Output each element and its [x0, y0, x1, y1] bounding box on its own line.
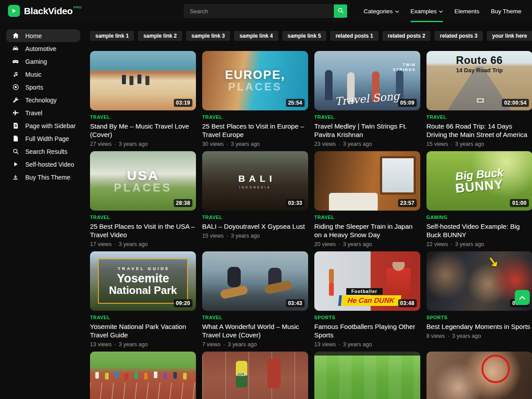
nav-elements[interactable]: Elements	[454, 0, 479, 22]
video-thumbnail[interactable]	[314, 352, 420, 399]
video-category[interactable]: TRAVEL	[202, 114, 308, 120]
video-card[interactable]: 03:43 TRAVEL What A Wonderful World – Mu…	[202, 251, 308, 348]
video-card[interactable]: BALI INDONESIA 03:33 TRAVEL BALI – Doyou…	[202, 151, 308, 247]
search-input[interactable]	[184, 4, 334, 18]
duration-badge: 23:57	[398, 199, 417, 207]
sidebar-item-page-with-sidebar[interactable]: Page with Sidebar	[6, 119, 80, 132]
tag-link[interactable]: sample link 5	[282, 31, 326, 41]
video-category[interactable]: TRAVEL	[90, 315, 196, 320]
video-category[interactable]: TRAVEL	[314, 114, 420, 120]
video-card[interactable]: Footballer He Can DUNK 03:48 SPORTS Famo…	[314, 251, 420, 348]
video-thumbnail[interactable]: Big Buck BUNNY 01:00	[426, 151, 532, 211]
video-thumbnail[interactable]	[90, 352, 196, 399]
tag-link[interactable]: related posts 3	[434, 31, 483, 41]
tag-link[interactable]: sample link 4	[234, 31, 278, 41]
video-title[interactable]: What A Wonderful World – Music Travel Lo…	[202, 322, 308, 339]
video-card[interactable]: USA PLACES 28:38 TRAVEL 25 Best Places t…	[90, 151, 196, 247]
video-card[interactable]	[90, 352, 196, 399]
tag-link[interactable]: sample link 1	[90, 31, 134, 41]
duration-badge: 03:33	[286, 199, 305, 207]
video-thumbnail[interactable]: Route 66 14 Day Road Trip 66 02:00:54	[426, 51, 532, 110]
duration-badge: 05:09	[398, 99, 417, 107]
gamepad-icon	[12, 58, 19, 65]
video-thumbnail[interactable]: EUROPE, PLACES 25:54	[202, 51, 308, 110]
site-title: BlackVideo	[24, 5, 73, 17]
sidebar-item-gaming[interactable]: Gaming	[6, 55, 80, 68]
video-card[interactable]: TRAVEL GUIDE Yosemite National Park 09:2…	[90, 251, 196, 348]
music-note-icon	[12, 71, 19, 78]
video-title[interactable]: Stand By Me – Music Travel Love (Cover)	[90, 122, 196, 139]
video-card[interactable]: EUROPE, PLACES 25:54 TRAVEL 25 Best Plac…	[202, 51, 308, 147]
video-title[interactable]: 25 Best Places to Visit in Europe – Trav…	[202, 122, 308, 139]
nav-buy-theme[interactable]: Buy Theme	[491, 0, 521, 22]
header-nav: Categories Examples Elements Buy Theme	[364, 0, 521, 22]
thumbnail-overlay-text: Footballer	[346, 288, 383, 295]
video-card[interactable]: 2170	[202, 352, 308, 399]
video-title[interactable]: 25 Best Places to Visit in the USA – Tra…	[90, 222, 196, 239]
sidebar-item-full-width-page[interactable]: Full Width Page	[6, 132, 80, 145]
scroll-to-top-button[interactable]	[515, 290, 530, 305]
tag-link[interactable]: your link here	[487, 31, 532, 41]
video-title[interactable]: Yosemite National Park Vacation Travel G…	[90, 322, 196, 339]
video-thumbnail[interactable]: Footballer He Can DUNK 03:48	[314, 251, 420, 311]
search-button[interactable]	[334, 4, 347, 18]
video-card[interactable]: TWINSTRINGS Travel Song 05:09 TRAVEL Tra…	[314, 51, 420, 147]
video-title[interactable]: Self-hosted Video Example: Big Buck BUNN…	[426, 222, 532, 239]
video-card[interactable]: Big Buck BUNNY 01:00 GAMING Self-hosted …	[426, 151, 532, 247]
video-category[interactable]: SPORTS	[426, 315, 532, 320]
video-thumbnail[interactable]: USA PLACES 28:38	[90, 151, 196, 211]
sidebar-item-self-hosted-video[interactable]: Self-hosted Video	[6, 158, 80, 171]
site-logo[interactable]: BlackVideo PRO	[8, 5, 82, 17]
video-card[interactable]	[426, 352, 532, 399]
video-card[interactable]: Route 66 14 Day Road Trip 66 02:00:54 TR…	[426, 51, 532, 147]
video-title[interactable]: BALI – Doyoutravel X Gypsea Lust	[202, 222, 308, 231]
sidebar-item-home[interactable]: Home	[6, 29, 80, 42]
plane-icon	[12, 110, 19, 117]
sidebar-item-technology[interactable]: Technology	[6, 94, 80, 106]
video-category[interactable]: TRAVEL	[314, 215, 420, 220]
video-thumbnail[interactable]: BALI INDONESIA 03:33	[202, 151, 308, 211]
video-category[interactable]: TRAVEL	[90, 114, 196, 120]
video-title[interactable]: Travel Medley | Twin Strings Ft. Pavitra…	[314, 122, 420, 139]
duration-badge: 01:00	[510, 199, 528, 207]
video-title[interactable]: Best Legendary Moments in Sports	[426, 322, 532, 331]
sidebar-item-automotive[interactable]: Automotive	[6, 42, 80, 55]
video-meta: 23 views·3 years ago	[314, 141, 420, 147]
search-icon	[337, 7, 344, 15]
video-thumbnail[interactable]: TWINSTRINGS Travel Song 05:09	[314, 51, 420, 110]
video-category[interactable]: TRAVEL	[202, 215, 308, 220]
sidebar-item-music[interactable]: Music	[6, 68, 80, 81]
video-thumbnail[interactable]: TRAVEL GUIDE Yosemite National Park 09:2…	[90, 251, 196, 311]
video-category[interactable]: GAMING	[426, 215, 532, 220]
video-category[interactable]: SPORTS	[314, 315, 420, 320]
video-thumbnail[interactable]	[426, 352, 532, 399]
sidebar-item-sports[interactable]: Sports	[6, 81, 80, 94]
video-title[interactable]: Famous Footballers Playing Other Sports	[314, 322, 420, 339]
thumbnail-frame: TRAVEL GUIDE Yosemite National Park	[98, 258, 188, 304]
video-thumbnail[interactable]: 2170	[202, 352, 308, 399]
nav-examples[interactable]: Examples	[411, 0, 443, 22]
video-title[interactable]: Route 66 Road Trip: 14 Days Driving the …	[426, 122, 532, 139]
tag-link[interactable]: related posts 2	[383, 31, 431, 41]
video-thumbnail[interactable]: 03:43	[202, 251, 308, 311]
nav-categories[interactable]: Categories	[364, 0, 399, 22]
video-title[interactable]: Riding the Sleeper Train in Japan on a H…	[314, 222, 420, 239]
video-category[interactable]: TRAVEL	[90, 215, 196, 220]
video-thumbnail[interactable]: 03:19	[90, 51, 196, 110]
tag-links-row: sample link 1 sample link 2 sample link …	[90, 31, 532, 41]
video-card[interactable]: 03:19 TRAVEL Stand By Me – Music Travel …	[90, 51, 196, 147]
video-thumbnail[interactable]: 23:57	[314, 151, 420, 211]
sidebar-item-travel[interactable]: Travel	[6, 106, 80, 119]
thumbnail-overlay-text: PLACES	[114, 181, 172, 194]
page-icon	[12, 135, 19, 142]
tag-link[interactable]: related posts 1	[330, 31, 379, 41]
sidebar-item-search-results[interactable]: Search Results	[6, 145, 80, 158]
video-grid: 03:19 TRAVEL Stand By Me – Music Travel …	[90, 51, 532, 399]
video-card[interactable]: 23:57 TRAVEL Riding the Sleeper Train in…	[314, 151, 420, 247]
tag-link[interactable]: sample link 3	[186, 31, 230, 41]
tag-link[interactable]: sample link 2	[138, 31, 182, 41]
video-category[interactable]: TRAVEL	[202, 315, 308, 320]
video-category[interactable]: TRAVEL	[426, 114, 532, 120]
video-card[interactable]	[314, 352, 420, 399]
sidebar-item-buy-this-theme[interactable]: Buy This Theme	[6, 171, 80, 184]
